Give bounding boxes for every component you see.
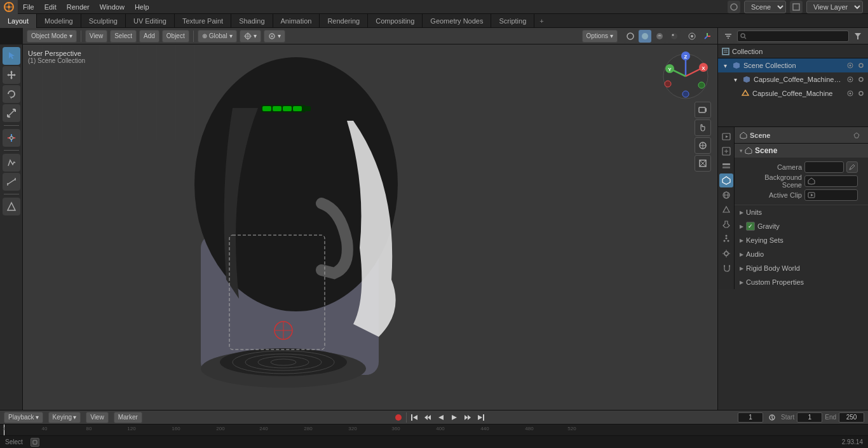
physics-props-icon[interactable] bbox=[719, 247, 733, 261]
tab-modeling[interactable]: Modeling bbox=[37, 14, 81, 28]
viewport-3d[interactable]: User Perspective (1) Scene Collection Z … bbox=[23, 44, 717, 410]
navigation-gizmo[interactable]: Z X Y bbox=[660, 51, 711, 102]
props-pin-btn[interactable] bbox=[850, 129, 863, 142]
viewport-shading-material[interactable] bbox=[653, 30, 666, 43]
render-visibility-icon-2[interactable] bbox=[857, 75, 865, 84]
add-menu[interactable]: Add bbox=[139, 30, 159, 43]
audio-section[interactable]: ▶ Audio bbox=[735, 247, 868, 261]
menu-help[interactable]: Help bbox=[130, 0, 154, 14]
viewport-shading-solid[interactable] bbox=[639, 30, 651, 43]
custom-properties-section[interactable]: ▶ Custom Properties bbox=[735, 275, 868, 289]
tab-scripting[interactable]: Scripting bbox=[491, 14, 534, 28]
scene-props-icon[interactable] bbox=[719, 173, 733, 187]
pan-hand-btn[interactable] bbox=[695, 119, 711, 136]
render-visibility-icon[interactable] bbox=[857, 61, 865, 70]
view-layer-icon[interactable] bbox=[790, 1, 803, 13]
transform-selector[interactable]: ⊕ Global ▾ bbox=[198, 30, 237, 43]
jump-start-btn[interactable] bbox=[409, 412, 420, 423]
outliner-search[interactable] bbox=[737, 31, 849, 42]
tab-rendering[interactable]: Rendering bbox=[320, 14, 368, 28]
start-frame-input[interactable] bbox=[797, 412, 822, 423]
tab-compositing[interactable]: Compositing bbox=[368, 14, 423, 28]
record-btn[interactable] bbox=[393, 412, 404, 423]
outliner-filter-icon[interactable] bbox=[722, 30, 735, 43]
playback-btn[interactable]: Playback ▾ bbox=[4, 412, 43, 423]
add-workspace-button[interactable]: + bbox=[534, 17, 548, 25]
view-layer-props-icon[interactable] bbox=[719, 159, 733, 173]
tab-layout[interactable]: Layout bbox=[0, 14, 37, 28]
play-back-btn[interactable] bbox=[435, 412, 447, 423]
scale-tool-btn[interactable] bbox=[3, 104, 20, 122]
tab-uv-editing[interactable]: UV Editing bbox=[126, 14, 175, 28]
menu-edit[interactable]: Edit bbox=[39, 0, 62, 14]
jump-end-btn[interactable] bbox=[475, 412, 487, 423]
keying-btn[interactable]: Keying ▾ bbox=[48, 412, 81, 423]
time-unit-btn[interactable] bbox=[766, 411, 778, 424]
object-menu[interactable]: Object bbox=[162, 30, 189, 43]
move-tool-btn[interactable] bbox=[3, 66, 20, 84]
wireframe-btn[interactable] bbox=[695, 155, 711, 172]
step-forward-btn[interactable] bbox=[462, 412, 473, 423]
viewport-overlay-btn[interactable] bbox=[686, 30, 698, 43]
render-visibility-icon-3[interactable] bbox=[857, 89, 865, 98]
gravity-checkbox[interactable]: ✓ bbox=[746, 222, 755, 231]
add-object-btn[interactable] bbox=[3, 198, 20, 215]
camera-type-btn[interactable] bbox=[695, 137, 711, 154]
tab-shading[interactable]: Shading bbox=[231, 14, 273, 28]
snap-btn[interactable]: ▾ bbox=[240, 30, 261, 43]
visibility-icon-2[interactable] bbox=[846, 75, 855, 84]
active-clip-value[interactable] bbox=[804, 189, 858, 201]
viewport-shading-render[interactable] bbox=[668, 30, 681, 43]
camera-prop-value[interactable] bbox=[804, 161, 844, 173]
particles-props-icon[interactable] bbox=[719, 232, 733, 246]
camera-eyedropper[interactable] bbox=[846, 161, 858, 173]
play-forward-btn[interactable] bbox=[449, 412, 460, 423]
cursor-tool-btn[interactable] bbox=[3, 47, 20, 65]
view-menu[interactable]: View bbox=[85, 30, 108, 43]
rigid-body-world-section[interactable]: ▶ Rigid Body World bbox=[735, 261, 868, 275]
background-scene-value[interactable] bbox=[804, 175, 858, 187]
marker-btn[interactable]: Marker bbox=[114, 412, 142, 423]
outliner-filter-btn[interactable] bbox=[851, 30, 864, 43]
outliner-capsule-mesh[interactable]: Capsule_Coffee_Machine bbox=[718, 86, 868, 100]
visibility-icon-3[interactable] bbox=[846, 89, 855, 98]
measure-tool-btn[interactable] bbox=[3, 173, 20, 191]
tab-geometry-nodes[interactable]: Geometry Nodes bbox=[423, 14, 491, 28]
outliner-capsule-collection[interactable]: ▾ Capsule_Coffee_Machine_Ne bbox=[718, 72, 868, 86]
render-props-icon[interactable] bbox=[719, 130, 733, 144]
mode-selector[interactable]: Object Mode ▾ bbox=[27, 30, 77, 43]
scene-icon-top[interactable] bbox=[728, 1, 740, 13]
annotate-tool-btn[interactable] bbox=[3, 154, 20, 172]
transform-tool-btn[interactable] bbox=[3, 129, 20, 147]
scene-section-header[interactable]: ▾ Scene bbox=[735, 144, 868, 158]
options-btn[interactable]: Options ▾ bbox=[582, 30, 618, 43]
camera-view-btn[interactable] bbox=[695, 102, 711, 118]
timeline-ruler[interactable]: 1 40 80 120 160 200 240 280 320 360 400 … bbox=[0, 424, 868, 436]
modifier-props-icon[interactable] bbox=[719, 217, 733, 231]
current-frame-input[interactable] bbox=[738, 412, 763, 423]
gizmo-btn[interactable] bbox=[701, 30, 714, 43]
visibility-icon[interactable] bbox=[846, 61, 855, 70]
menu-window[interactable]: Window bbox=[95, 0, 130, 14]
object-props-icon[interactable] bbox=[719, 203, 733, 217]
scene-selector[interactable]: Scene bbox=[744, 1, 786, 13]
tab-sculpting[interactable]: Sculpting bbox=[81, 14, 126, 28]
rotate-tool-btn[interactable] bbox=[3, 85, 20, 103]
step-back-btn[interactable] bbox=[422, 412, 433, 423]
menu-render[interactable]: Render bbox=[62, 0, 95, 14]
view-tl-btn[interactable]: View bbox=[86, 412, 109, 423]
tab-texture-paint[interactable]: Texture Paint bbox=[175, 14, 231, 28]
end-frame-input[interactable] bbox=[839, 412, 864, 423]
view-layer-selector[interactable]: View Layer bbox=[806, 1, 863, 13]
output-props-icon[interactable] bbox=[719, 144, 733, 158]
world-props-icon[interactable] bbox=[719, 188, 733, 202]
constraints-props-icon[interactable] bbox=[719, 261, 733, 275]
proportional-edit-btn[interactable]: ▾ bbox=[264, 30, 285, 43]
menu-file[interactable]: File bbox=[18, 0, 39, 14]
units-section[interactable]: ▶ Units bbox=[735, 205, 868, 219]
blender-logo[interactable] bbox=[0, 0, 18, 14]
outliner-scene-collection[interactable]: ▾ Scene Collection bbox=[718, 58, 868, 72]
viewport-shading-wire[interactable] bbox=[624, 30, 637, 43]
tab-animation[interactable]: Animation bbox=[273, 14, 320, 28]
keying-sets-section[interactable]: ▶ Keying Sets bbox=[735, 233, 868, 247]
